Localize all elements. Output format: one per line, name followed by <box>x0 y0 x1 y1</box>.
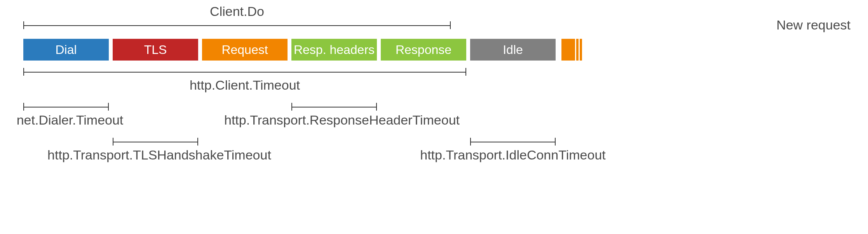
phase-resp-body: Response body <box>381 39 466 61</box>
phase-dial: Dial <box>23 39 109 61</box>
idle-timeout-label: http.Transport.IdleConnTimeout <box>396 147 629 163</box>
resphdr-timeout-bracket <box>291 103 377 111</box>
new-request-label: New request <box>776 17 851 33</box>
phase-idle: Idle <box>470 39 556 61</box>
idle-timeout-bracket <box>470 138 556 146</box>
new-request-stub-1 <box>561 39 575 61</box>
client-timeout-bracket <box>23 68 466 76</box>
top-bracket-label: Client.Do <box>23 4 451 19</box>
phase-request: Request <box>202 39 288 61</box>
new-request-stub-2 <box>576 39 579 61</box>
timeout-diagram: Client.Do New request Dial TLS handshake… <box>0 0 868 234</box>
dialer-timeout-bracket <box>23 103 109 111</box>
top-bracket <box>23 21 451 29</box>
new-request-stub-3 <box>580 39 582 61</box>
phase-tls: TLS handshake <box>113 39 198 61</box>
tls-timeout-label: http.Transport.TLSHandshakeTimeout <box>47 147 272 163</box>
tls-timeout-bracket <box>113 138 198 146</box>
phase-resp-headers: Resp. headers <box>291 39 377 61</box>
resphdr-timeout-label: http.Transport.ResponseHeaderTimeout <box>218 113 466 128</box>
client-timeout-label: http.Client.Timeout <box>23 78 466 93</box>
dialer-timeout-label: net.Dialer.Timeout <box>16 113 124 128</box>
